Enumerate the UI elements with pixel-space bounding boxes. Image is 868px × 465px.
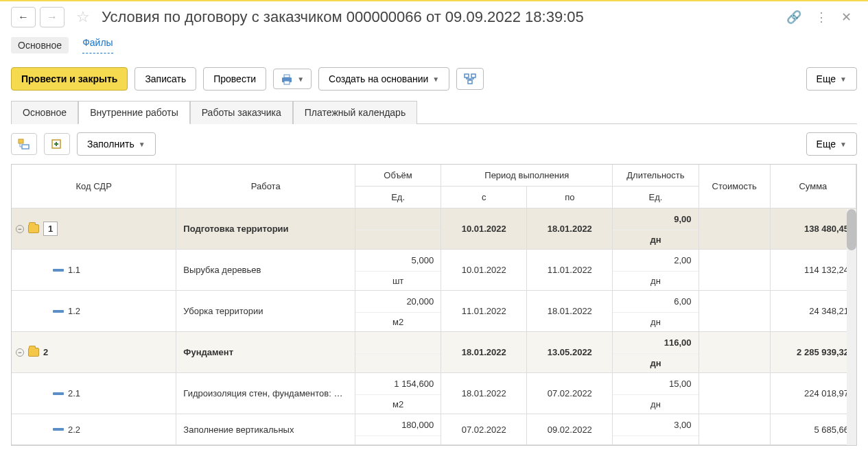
sum-cell: 5 685,66 — [771, 419, 856, 440]
dur-cell: 116,00 — [613, 332, 698, 353]
unit-cell: м2 — [355, 394, 441, 414]
cost-cell — [699, 388, 770, 399]
code-text: 1.1 — [68, 265, 80, 275]
sum-cell: 224 018,97 — [771, 383, 856, 404]
code-text: 2.2 — [68, 425, 80, 435]
more-button[interactable]: Еще ▼ — [806, 67, 857, 91]
tab-payment-calendar[interactable]: Платежный календарь — [293, 101, 417, 124]
table-row[interactable]: 1.2Уборка территории20,000м211.01.202218… — [12, 291, 856, 332]
top-tab-files[interactable]: Файлы — [82, 37, 113, 53]
create-based-on-button[interactable]: Создать на основании ▼ — [318, 67, 449, 91]
dur-unit-cell: дн — [613, 312, 698, 331]
unit-cell — [355, 353, 441, 362]
tab-customer-works[interactable]: Работы заказчика — [190, 101, 293, 124]
unit-cell: м2 — [355, 312, 441, 331]
works-table: Код СДР Работа Объём Период выполнения Д… — [11, 164, 857, 446]
dur-cell: 15,00 — [613, 373, 698, 394]
back-button[interactable]: ← — [11, 7, 36, 27]
col-to[interactable]: по — [527, 187, 613, 208]
from-cell: 18.01.2022 — [441, 383, 526, 404]
link-icon[interactable]: 🔗 — [786, 10, 801, 25]
post-button[interactable]: Провести — [203, 67, 266, 91]
favorite-star-icon[interactable]: ☆ — [73, 7, 93, 27]
sum-cell: 114 132,24 — [771, 259, 856, 281]
work-cell: Фундамент — [176, 342, 355, 363]
vol-cell: 5,000 — [355, 250, 441, 271]
expand-level-button[interactable] — [11, 133, 37, 155]
svg-rect-4 — [471, 74, 476, 78]
top-tab-main[interactable]: Основное — [11, 37, 69, 53]
from-cell: 18.01.2022 — [441, 342, 526, 363]
from-cell: 10.01.2022 — [441, 259, 526, 281]
col-from[interactable]: с — [441, 187, 527, 208]
dur-unit-cell: дн — [613, 353, 698, 372]
print-button[interactable]: ▼ — [273, 69, 312, 89]
chevron-down-icon: ▼ — [139, 141, 145, 148]
chevron-down-icon: ▼ — [432, 75, 439, 83]
sum-cell: 2 285 939,32 — [771, 342, 856, 363]
svg-rect-1 — [284, 75, 290, 78]
tab-main[interactable]: Основное — [11, 101, 78, 124]
cost-cell — [699, 347, 770, 358]
chevron-down-icon: ▼ — [297, 75, 304, 83]
item-icon — [53, 392, 64, 395]
more-label: Еще — [817, 73, 836, 84]
col-work[interactable]: Работа — [176, 165, 355, 208]
table-row[interactable]: 1.1Вырубка деревьев5,000шт10.01.202211.0… — [12, 250, 856, 291]
svg-rect-3 — [465, 74, 469, 78]
create-based-label: Создать на основании — [329, 73, 428, 84]
dur-unit-cell: дн — [613, 271, 698, 290]
code-input[interactable]: 1 — [43, 222, 58, 236]
col-code[interactable]: Код СДР — [12, 165, 176, 208]
code-text: 2 — [43, 347, 48, 357]
table-group-row[interactable]: −2Фундамент18.01.202213.05.2022116,00дн2… — [12, 332, 856, 373]
collapse-icon[interactable]: − — [16, 348, 24, 357]
from-cell: 10.01.2022 — [441, 218, 526, 239]
table-row[interactable]: 2.1Гидроизоляция стен, фундаментов: …1 1… — [12, 373, 856, 414]
structure-button[interactable] — [456, 68, 484, 90]
post-and-close-button[interactable]: Провести и закрыть — [11, 67, 128, 91]
table-row[interactable]: 2.2Заполнение вертикальных180,00007.02.2… — [12, 414, 856, 445]
tab-more-label: Еще — [817, 139, 836, 150]
print-icon — [281, 74, 293, 84]
forward-button[interactable]: → — [40, 7, 64, 27]
table-group-row[interactable]: −1Подготовка территории10.01.202218.01.2… — [12, 208, 856, 250]
item-icon — [53, 428, 64, 431]
close-icon[interactable]: ✕ — [841, 10, 852, 25]
from-cell: 11.01.2022 — [441, 300, 526, 322]
save-button[interactable]: Записать — [134, 67, 196, 91]
folder-icon — [28, 348, 39, 357]
col-cost[interactable]: Стоимость — [699, 165, 770, 208]
vertical-scrollbar[interactable] — [847, 209, 856, 445]
vol-cell — [355, 342, 441, 353]
item-icon — [53, 269, 64, 272]
col-period[interactable]: Период выполнения — [441, 165, 613, 187]
vol-cell: 1 154,600 — [355, 373, 441, 394]
col-unit[interactable]: Ед. — [355, 187, 441, 208]
scrollbar-thumb[interactable] — [847, 209, 856, 250]
fill-button[interactable]: Заполнить ▼ — [77, 132, 156, 156]
unit-cell — [355, 436, 441, 444]
cost-cell — [699, 306, 770, 317]
code-text: 2.1 — [68, 388, 80, 398]
code-text: 1.2 — [68, 306, 80, 316]
to-cell: 11.01.2022 — [527, 259, 612, 281]
cost-cell — [699, 224, 770, 235]
to-cell: 13.05.2022 — [527, 342, 612, 363]
vol-cell: 20,000 — [355, 291, 441, 312]
tab-more-button[interactable]: Еще ▼ — [806, 132, 857, 156]
more-vertical-icon[interactable]: ⋮ — [815, 10, 828, 25]
col-volume[interactable]: Объём — [355, 165, 441, 187]
col-dur-unit[interactable]: Ед. — [613, 187, 699, 208]
collapse-icon[interactable]: − — [16, 225, 24, 233]
tab-internal-works[interactable]: Внутренние работы — [78, 101, 190, 124]
work-cell: Гидроизоляция стен, фундаментов: … — [176, 383, 355, 404]
dur-cell: 9,00 — [613, 208, 698, 230]
chevron-down-icon: ▼ — [840, 75, 847, 83]
col-duration[interactable]: Длительность — [613, 165, 699, 187]
add-item-button[interactable] — [44, 133, 70, 155]
col-sum[interactable]: Сумма — [770, 165, 856, 208]
unit-cell — [355, 230, 441, 239]
to-cell: 07.02.2022 — [527, 383, 612, 404]
sum-cell: 24 348,21 — [771, 300, 856, 322]
